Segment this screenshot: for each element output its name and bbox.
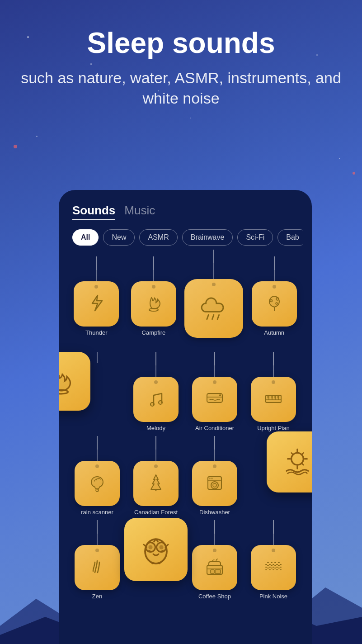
thunder-icon [85, 292, 108, 316]
sound-label-coffeeshop: Coffee Shop [198, 593, 231, 600]
svg-point-28 [211, 482, 218, 489]
svg-point-31 [211, 478, 213, 479]
sound-dishwasher[interactable]: Dishwasher [188, 436, 242, 516]
sound-tile-campfire-popout [59, 352, 90, 411]
campfire-icon [142, 292, 165, 316]
svg-point-5 [270, 300, 272, 302]
sound-campfire[interactable]: Campfire [127, 256, 180, 347]
svg-point-0 [149, 308, 158, 311]
forest-icon [145, 471, 167, 496]
svg-point-9 [159, 401, 162, 404]
svg-point-43 [149, 545, 153, 549]
svg-point-8 [150, 402, 154, 406]
sound-zen[interactable]: Zen [70, 520, 124, 600]
svg-point-7 [59, 390, 68, 394]
sound-tile-coffeeshop [192, 545, 237, 590]
sound-owl-popout[interactable] [129, 520, 183, 600]
sound-rain[interactable] [184, 250, 243, 341]
tab-sounds[interactable]: Sounds [72, 204, 115, 220]
sound-autumn[interactable]: Autumn [248, 256, 301, 347]
campfire-popout-icon [59, 364, 78, 399]
owl-icon [136, 528, 176, 571]
svg-point-44 [160, 545, 164, 549]
dishwasher-icon [203, 471, 226, 496]
svg-line-37 [291, 453, 293, 455]
sound-tile-brainscanner [75, 461, 120, 506]
svg-line-38 [301, 463, 303, 465]
zen-icon [86, 555, 108, 580]
sound-label-piano: Upright Pian [257, 425, 290, 431]
rain-icon [198, 292, 230, 325]
svg-point-30 [209, 478, 211, 479]
sound-tile-airconditioner [192, 377, 237, 422]
piano-icon [262, 387, 285, 412]
sound-thunder[interactable]: Thunder [70, 256, 123, 347]
filter-asmr[interactable]: ASMR [139, 229, 177, 246]
main-title: Sleep sounds [18, 27, 344, 59]
sound-tile-melody [133, 377, 179, 422]
sound-tile-autumn [252, 281, 297, 327]
sound-tile-forest [133, 461, 179, 506]
svg-line-1 [207, 315, 209, 319]
sound-label-autumn: Autumn [264, 329, 284, 336]
sound-tile-ocean [267, 431, 312, 492]
tab-bar: Sounds Music [68, 204, 303, 220]
decor-dot [353, 172, 355, 175]
filter-bar: All New ASMR Brainwave Sci-Fi Bab [68, 229, 303, 246]
svg-rect-47 [211, 570, 214, 573]
main-subtitle: such as nature, water, ASMR, instruments… [18, 68, 344, 108]
filter-new[interactable]: New [103, 229, 135, 246]
sound-campfire-popout[interactable] [70, 352, 124, 431]
sound-uprightpiano[interactable]: Upright Pian [246, 352, 301, 431]
sound-coffeeshop[interactable]: Coffee Shop [188, 520, 242, 600]
melody-icon [145, 387, 167, 412]
tab-music[interactable]: Music [124, 204, 155, 220]
svg-line-2 [212, 315, 214, 319]
sound-brainscanner[interactable]: rain scanner [70, 436, 124, 516]
svg-rect-19 [267, 395, 269, 398]
sound-label-brainscanner: rain scanner [81, 509, 113, 516]
brainscanner-icon [86, 471, 108, 496]
ocean-icon [279, 443, 312, 481]
sound-tile-piano [251, 377, 296, 422]
coffeeshop-icon [203, 555, 226, 580]
sound-label-campfire: Campfire [142, 329, 166, 336]
sound-label-dishwasher: Dishwasher [199, 509, 230, 516]
sound-tile-pinknoise [251, 545, 296, 590]
filter-scifi[interactable]: Sci-Fi [237, 229, 273, 246]
pinknoise-icon [262, 555, 285, 580]
svg-rect-20 [271, 395, 273, 398]
sound-ocean-popout[interactable] [246, 436, 301, 516]
svg-point-6 [276, 303, 277, 304]
sound-tile-rain [184, 279, 243, 338]
sound-label-zen: Zen [92, 593, 102, 600]
sound-label-thunder: Thunder [85, 329, 107, 336]
decor-dot [14, 145, 17, 148]
sound-tile-dishwasher [192, 461, 237, 506]
sound-label-airconditioner: Air Conditioner [195, 425, 234, 431]
sound-canadianforest[interactable]: Canadian Forest [129, 436, 183, 516]
sound-label-forest: Canadian Forest [134, 509, 178, 516]
sound-melody[interactable]: Melody [129, 352, 183, 431]
filter-bab[interactable]: Bab [277, 229, 303, 246]
sound-tile-campfire [131, 281, 176, 327]
sound-tile-thunder [74, 281, 119, 327]
sound-airconditioner[interactable]: Air Conditioner [188, 352, 242, 431]
autumn-icon [263, 292, 286, 316]
svg-line-3 [217, 315, 219, 319]
header: Sleep sounds such as nature, water, ASMR… [0, 27, 362, 108]
filter-brainwave[interactable]: Brainwave [182, 229, 233, 246]
sound-label-pinknoise: Pink Noise [259, 593, 287, 600]
airconditioner-icon [203, 387, 226, 412]
svg-point-4 [276, 298, 279, 300]
sound-pinknoise[interactable]: Pink Noise [246, 520, 301, 600]
svg-rect-21 [274, 395, 276, 398]
svg-line-39 [301, 453, 303, 455]
phone-mockup: Sounds Music All New ASMR Brainwave Sci-… [59, 190, 312, 644]
svg-rect-48 [215, 570, 221, 573]
sound-tile-zen [75, 545, 120, 590]
sound-tile-owl [124, 518, 188, 581]
filter-all[interactable]: All [72, 229, 99, 246]
svg-point-12 [219, 394, 221, 396]
sound-label-melody: Melody [146, 425, 165, 431]
